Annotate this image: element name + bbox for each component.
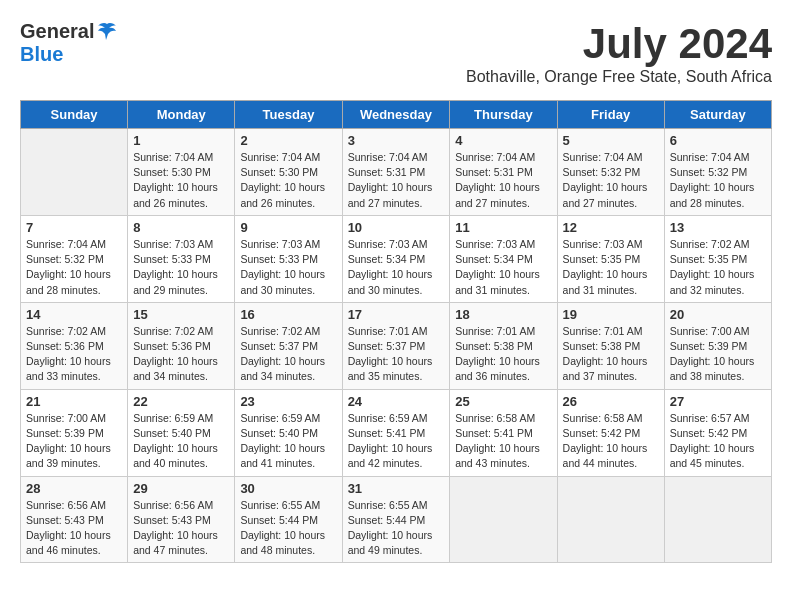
day-number: 11: [455, 220, 551, 235]
day-number: 14: [26, 307, 122, 322]
header-wednesday: Wednesday: [342, 101, 450, 129]
day-number: 30: [240, 481, 336, 496]
table-row: 9Sunrise: 7:03 AMSunset: 5:33 PMDaylight…: [235, 215, 342, 302]
day-info: Sunrise: 7:02 AMSunset: 5:37 PMDaylight:…: [240, 324, 336, 385]
day-number: 22: [133, 394, 229, 409]
calendar-week-row: 14Sunrise: 7:02 AMSunset: 5:36 PMDayligh…: [21, 302, 772, 389]
day-number: 6: [670, 133, 766, 148]
logo: General Blue: [20, 20, 118, 66]
day-info: Sunrise: 7:03 AMSunset: 5:33 PMDaylight:…: [240, 237, 336, 298]
day-info: Sunrise: 7:04 AMSunset: 5:30 PMDaylight:…: [240, 150, 336, 211]
table-row: 1Sunrise: 7:04 AMSunset: 5:30 PMDaylight…: [128, 129, 235, 216]
table-row: 21Sunrise: 7:00 AMSunset: 5:39 PMDayligh…: [21, 389, 128, 476]
day-number: 28: [26, 481, 122, 496]
header-saturday: Saturday: [664, 101, 771, 129]
day-info: Sunrise: 7:01 AMSunset: 5:38 PMDaylight:…: [455, 324, 551, 385]
table-row: 8Sunrise: 7:03 AMSunset: 5:33 PMDaylight…: [128, 215, 235, 302]
day-number: 16: [240, 307, 336, 322]
table-row: 16Sunrise: 7:02 AMSunset: 5:37 PMDayligh…: [235, 302, 342, 389]
day-number: 8: [133, 220, 229, 235]
day-info: Sunrise: 7:03 AMSunset: 5:33 PMDaylight:…: [133, 237, 229, 298]
table-row: [557, 476, 664, 563]
logo-blue: Blue: [20, 43, 63, 65]
day-info: Sunrise: 7:04 AMSunset: 5:32 PMDaylight:…: [670, 150, 766, 211]
day-info: Sunrise: 6:58 AMSunset: 5:41 PMDaylight:…: [455, 411, 551, 472]
title-block: July 2024 Bothaville, Orange Free State,…: [466, 20, 772, 96]
day-info: Sunrise: 7:00 AMSunset: 5:39 PMDaylight:…: [26, 411, 122, 472]
day-info: Sunrise: 7:02 AMSunset: 5:36 PMDaylight:…: [26, 324, 122, 385]
table-row: 25Sunrise: 6:58 AMSunset: 5:41 PMDayligh…: [450, 389, 557, 476]
day-number: 13: [670, 220, 766, 235]
day-number: 20: [670, 307, 766, 322]
day-number: 24: [348, 394, 445, 409]
table-row: 2Sunrise: 7:04 AMSunset: 5:30 PMDaylight…: [235, 129, 342, 216]
table-row: 30Sunrise: 6:55 AMSunset: 5:44 PMDayligh…: [235, 476, 342, 563]
header-tuesday: Tuesday: [235, 101, 342, 129]
table-row: 31Sunrise: 6:55 AMSunset: 5:44 PMDayligh…: [342, 476, 450, 563]
month-title: July 2024: [466, 20, 772, 68]
day-number: 26: [563, 394, 659, 409]
calendar-week-row: 21Sunrise: 7:00 AMSunset: 5:39 PMDayligh…: [21, 389, 772, 476]
table-row: 13Sunrise: 7:02 AMSunset: 5:35 PMDayligh…: [664, 215, 771, 302]
day-info: Sunrise: 6:55 AMSunset: 5:44 PMDaylight:…: [348, 498, 445, 559]
day-number: 2: [240, 133, 336, 148]
day-info: Sunrise: 7:04 AMSunset: 5:31 PMDaylight:…: [348, 150, 445, 211]
table-row: 11Sunrise: 7:03 AMSunset: 5:34 PMDayligh…: [450, 215, 557, 302]
table-row: 29Sunrise: 6:56 AMSunset: 5:43 PMDayligh…: [128, 476, 235, 563]
day-info: Sunrise: 7:04 AMSunset: 5:30 PMDaylight:…: [133, 150, 229, 211]
table-row: [21, 129, 128, 216]
table-row: 20Sunrise: 7:00 AMSunset: 5:39 PMDayligh…: [664, 302, 771, 389]
header-monday: Monday: [128, 101, 235, 129]
table-row: 14Sunrise: 7:02 AMSunset: 5:36 PMDayligh…: [21, 302, 128, 389]
day-number: 23: [240, 394, 336, 409]
day-number: 4: [455, 133, 551, 148]
day-number: 1: [133, 133, 229, 148]
table-row: 27Sunrise: 6:57 AMSunset: 5:42 PMDayligh…: [664, 389, 771, 476]
day-info: Sunrise: 7:04 AMSunset: 5:31 PMDaylight:…: [455, 150, 551, 211]
day-number: 5: [563, 133, 659, 148]
calendar-header-row: Sunday Monday Tuesday Wednesday Thursday…: [21, 101, 772, 129]
table-row: 7Sunrise: 7:04 AMSunset: 5:32 PMDaylight…: [21, 215, 128, 302]
table-row: 18Sunrise: 7:01 AMSunset: 5:38 PMDayligh…: [450, 302, 557, 389]
calendar-week-row: 1Sunrise: 7:04 AMSunset: 5:30 PMDaylight…: [21, 129, 772, 216]
day-number: 17: [348, 307, 445, 322]
day-number: 12: [563, 220, 659, 235]
table-row: 5Sunrise: 7:04 AMSunset: 5:32 PMDaylight…: [557, 129, 664, 216]
calendar-table: Sunday Monday Tuesday Wednesday Thursday…: [20, 100, 772, 563]
table-row: [450, 476, 557, 563]
day-info: Sunrise: 6:56 AMSunset: 5:43 PMDaylight:…: [133, 498, 229, 559]
day-number: 31: [348, 481, 445, 496]
table-row: 23Sunrise: 6:59 AMSunset: 5:40 PMDayligh…: [235, 389, 342, 476]
day-number: 25: [455, 394, 551, 409]
logo-general: General: [20, 20, 94, 43]
table-row: 10Sunrise: 7:03 AMSunset: 5:34 PMDayligh…: [342, 215, 450, 302]
day-info: Sunrise: 7:01 AMSunset: 5:38 PMDaylight:…: [563, 324, 659, 385]
day-number: 18: [455, 307, 551, 322]
day-info: Sunrise: 6:59 AMSunset: 5:41 PMDaylight:…: [348, 411, 445, 472]
day-number: 3: [348, 133, 445, 148]
calendar-week-row: 28Sunrise: 6:56 AMSunset: 5:43 PMDayligh…: [21, 476, 772, 563]
day-info: Sunrise: 6:57 AMSunset: 5:42 PMDaylight:…: [670, 411, 766, 472]
day-info: Sunrise: 7:04 AMSunset: 5:32 PMDaylight:…: [26, 237, 122, 298]
day-info: Sunrise: 7:03 AMSunset: 5:35 PMDaylight:…: [563, 237, 659, 298]
table-row: 22Sunrise: 6:59 AMSunset: 5:40 PMDayligh…: [128, 389, 235, 476]
table-row: 26Sunrise: 6:58 AMSunset: 5:42 PMDayligh…: [557, 389, 664, 476]
day-info: Sunrise: 6:55 AMSunset: 5:44 PMDaylight:…: [240, 498, 336, 559]
day-number: 9: [240, 220, 336, 235]
table-row: 19Sunrise: 7:01 AMSunset: 5:38 PMDayligh…: [557, 302, 664, 389]
day-info: Sunrise: 6:58 AMSunset: 5:42 PMDaylight:…: [563, 411, 659, 472]
table-row: 3Sunrise: 7:04 AMSunset: 5:31 PMDaylight…: [342, 129, 450, 216]
logo-bird-icon: [96, 22, 118, 42]
table-row: 12Sunrise: 7:03 AMSunset: 5:35 PMDayligh…: [557, 215, 664, 302]
day-info: Sunrise: 6:56 AMSunset: 5:43 PMDaylight:…: [26, 498, 122, 559]
table-row: 15Sunrise: 7:02 AMSunset: 5:36 PMDayligh…: [128, 302, 235, 389]
subtitle: Bothaville, Orange Free State, South Afr…: [466, 68, 772, 86]
table-row: [664, 476, 771, 563]
day-number: 15: [133, 307, 229, 322]
day-number: 27: [670, 394, 766, 409]
day-info: Sunrise: 6:59 AMSunset: 5:40 PMDaylight:…: [240, 411, 336, 472]
day-info: Sunrise: 7:01 AMSunset: 5:37 PMDaylight:…: [348, 324, 445, 385]
table-row: 28Sunrise: 6:56 AMSunset: 5:43 PMDayligh…: [21, 476, 128, 563]
day-info: Sunrise: 6:59 AMSunset: 5:40 PMDaylight:…: [133, 411, 229, 472]
day-number: 29: [133, 481, 229, 496]
